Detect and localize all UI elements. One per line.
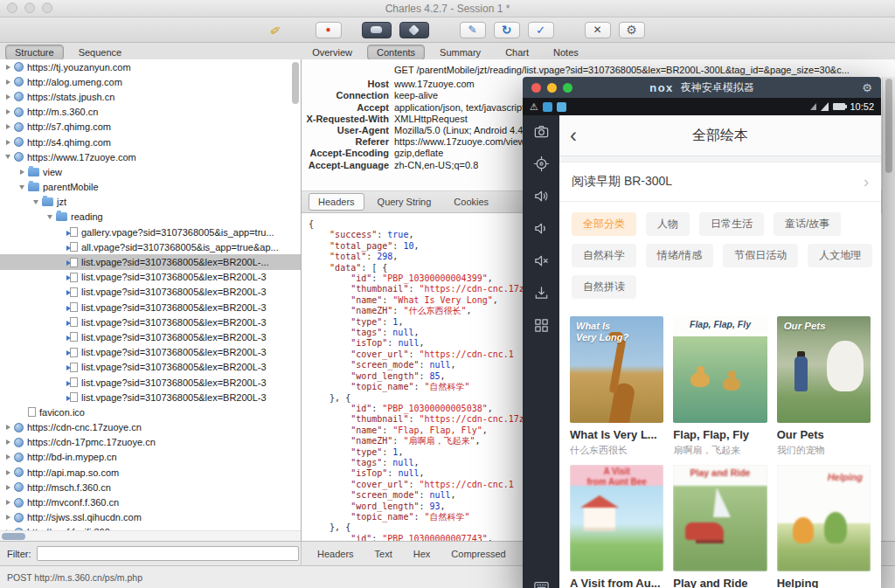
hscrollbar-thumb[interactable] — [2, 533, 25, 540]
tab-notes[interactable]: Notes — [544, 45, 588, 60]
camera-icon[interactable] — [532, 122, 550, 140]
tab-sequence[interactable]: Sequence — [69, 45, 132, 60]
book-card[interactable]: Flap, Flap, FlyFlap, Flap, Fly扇啊扇，飞起来 — [673, 316, 767, 456]
tree-item[interactable]: http://mvconf.f.360.cn — [0, 495, 301, 509]
tree-item[interactable]: list.vpage?sid=3107368005&lex=BR200L-3 — [0, 375, 301, 390]
record-button[interactable]: ● — [316, 22, 342, 38]
disclosure-arrow[interactable] — [3, 109, 12, 114]
disclosure-arrow[interactable] — [3, 470, 12, 475]
disclosure-arrow[interactable] — [3, 485, 12, 490]
tree-item[interactable]: http://api.map.so.com — [0, 465, 301, 480]
tree-item[interactable]: http://m.s.360.cn — [0, 105, 301, 120]
category-chip[interactable]: 日常生活 — [699, 212, 764, 236]
tree-item[interactable]: https://tj.youzanyun.com — [0, 59, 301, 74]
tab-chart[interactable]: Chart — [496, 45, 538, 60]
install-apk-icon[interactable] — [532, 284, 550, 301]
broom-button[interactable]: ✏ — [265, 22, 287, 38]
tree-item[interactable]: http://alog.umeng.com — [0, 74, 301, 89]
disclosure-arrow[interactable] — [17, 169, 26, 175]
tree-item[interactable]: list.vpage?sid=3107368005&lex=BR200L-3 — [0, 300, 301, 315]
response-vscrollbar[interactable] — [882, 77, 895, 542]
tab-text[interactable]: Text — [366, 546, 401, 562]
category-chip[interactable]: 自然科学 — [572, 244, 636, 267]
book-cover[interactable]: What Is Very Long? — [570, 316, 663, 423]
emulator-titlebar[interactable]: nox 夜神安卓模拟器 ⚙ — [523, 77, 881, 98]
category-chip[interactable]: 人物 — [646, 212, 690, 236]
tree-item[interactable]: https://www.17zuoye.com — [0, 149, 301, 164]
breakpoints-button[interactable] — [399, 22, 429, 38]
tree-item[interactable]: https://cdn-cnc.17zuoye.cn — [0, 420, 301, 435]
volume-up-icon[interactable] — [532, 187, 550, 204]
disclosure-arrow[interactable] — [3, 140, 12, 145]
mute-icon[interactable] — [532, 252, 550, 269]
book-card[interactable]: HelpingHelping — [777, 465, 871, 588]
disclosure-arrow[interactable] — [3, 94, 12, 100]
tree-item[interactable]: http://sjws.ssl.qihucdn.com — [0, 510, 301, 525]
tree-item[interactable]: list.vpage?sid=3107368005&lex=BR200L-3 — [0, 270, 301, 285]
disclosure-arrow[interactable] — [45, 215, 54, 219]
tree-item[interactable]: http://s4.qhimg.com — [0, 135, 301, 149]
tab-contents[interactable]: Contents — [367, 45, 425, 60]
category-chip[interactable]: 童话/故事 — [774, 212, 841, 236]
tree-item[interactable]: parentMobile — [0, 180, 301, 195]
tree-item[interactable]: all.vpage?sid=3107368005&is_app=true&ap.… — [0, 239, 301, 254]
tree-item[interactable]: list.vpage?sid=3107368005&lex=BR200L-3 — [0, 390, 301, 405]
level-selector[interactable]: 阅读早期 BR-300L — [559, 162, 881, 202]
back-icon[interactable] — [570, 127, 577, 144]
disclosure-arrow[interactable] — [3, 425, 12, 430]
throttle-button[interactable] — [362, 22, 392, 38]
tree-item[interactable]: https://stats.jpush.cn — [0, 89, 301, 104]
tree-item[interactable]: list.vpage?sid=3107368005&lex=BR200L-3 — [0, 345, 301, 360]
validate-button[interactable]: ✓ — [528, 22, 554, 38]
disclosure-arrow[interactable] — [3, 155, 12, 159]
virtual-key-icon[interactable] — [532, 316, 550, 334]
disclosure-arrow[interactable] — [3, 515, 12, 520]
close-button[interactable] — [7, 3, 17, 13]
tab-headers[interactable]: Headers — [309, 193, 364, 211]
minimize-button[interactable] — [24, 3, 35, 13]
tree-item[interactable]: list.vpage?sid=3107368005&lex=BR200L-3 — [0, 315, 301, 329]
category-chip[interactable]: 节假日活动 — [723, 244, 798, 267]
book-card[interactable]: A Visit from Aunt BeeA Visit from Au... — [570, 465, 663, 588]
book-cover[interactable]: Play and Ride — [673, 465, 767, 571]
tree-item[interactable]: favicon.ico — [0, 405, 301, 419]
book-card[interactable]: Play and RidePlay and Ride — [673, 465, 767, 588]
disclosure-arrow[interactable] — [3, 80, 12, 85]
disclosure-arrow[interactable] — [3, 439, 12, 445]
volume-down-icon[interactable] — [532, 219, 550, 237]
gear-icon[interactable]: ⚙ — [862, 82, 872, 93]
tree-item[interactable]: list.vpage?sid=3107368005&lex=BR200L-... — [0, 254, 301, 269]
tab-compressed[interactable]: Compressed — [442, 546, 514, 562]
tree-item[interactable]: http://bd-in.mypep.cn — [0, 450, 301, 465]
compose-button[interactable]: ✎ — [460, 22, 486, 38]
repeat-button[interactable]: ↻ — [494, 22, 520, 38]
disclosure-arrow[interactable] — [3, 124, 12, 129]
category-chip[interactable]: 人文地理 — [808, 244, 872, 267]
disclosure-arrow[interactable] — [3, 454, 12, 460]
tree-item[interactable]: list.vpage?sid=3107368005&lex=BR200L-3 — [0, 360, 301, 375]
keyboard-icon[interactable] — [532, 577, 550, 588]
tree-item[interactable]: jzt — [0, 195, 301, 210]
tree-item[interactable]: list.vpage?sid=3107368005&lex=BR200L-3 — [0, 285, 301, 300]
zoom-button[interactable] — [42, 3, 52, 13]
tree-item[interactable]: http://s7.qhimg.com — [0, 120, 301, 135]
tools-button[interactable]: ✕ — [585, 22, 611, 38]
tree-vscrollbar-thumb[interactable] — [292, 62, 299, 104]
category-chip[interactable]: 自然拼读 — [572, 275, 636, 299]
disclosure-arrow[interactable] — [17, 185, 26, 190]
tree-item[interactable]: gallery.vpage?sid=3107368005&is_app=tru.… — [0, 225, 301, 239]
tab-hex[interactable]: Hex — [405, 546, 440, 562]
filter-input[interactable] — [37, 546, 299, 561]
book-cover[interactable]: Our Pets — [777, 316, 871, 423]
tree-item[interactable]: reading — [0, 210, 301, 225]
book-card[interactable]: What Is Very Long?What Is Very L...什么东西很… — [570, 316, 663, 456]
tab-headers[interactable]: Headers — [309, 546, 363, 562]
tree-item[interactable]: https://cdn-17pmc.17zuoye.cn — [0, 435, 301, 450]
book-card[interactable]: Our PetsOur Pets我们的宠物 — [777, 316, 871, 456]
book-cover[interactable]: Flap, Flap, Fly — [673, 316, 767, 423]
tab-overview[interactable]: Overview — [302, 45, 362, 60]
tab-structure[interactable]: Structure — [5, 45, 64, 60]
category-chip[interactable]: 情绪/情感 — [646, 244, 713, 267]
book-cover[interactable]: Helping — [777, 465, 871, 571]
settings-button[interactable]: ⚙ — [619, 22, 645, 38]
